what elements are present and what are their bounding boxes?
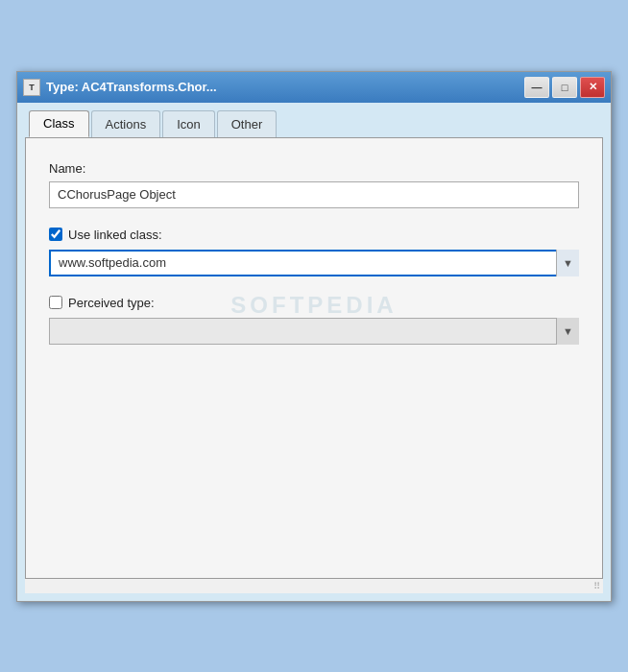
tab-class[interactable]: Class [29,110,89,137]
tab-bar: Class Actions Icon Other [25,110,603,137]
window-controls: — □ ✕ [524,77,605,98]
perceived-type-input [49,318,579,345]
main-window: T Type: AC4Transforms.Chor... — □ ✕ Clas… [16,71,612,602]
linked-class-input[interactable] [49,250,579,276]
name-input[interactable] [49,181,579,208]
perceived-type-row: Perceived type: [49,296,579,310]
tab-actions[interactable]: Actions [91,110,161,137]
window-title: Type: AC4Transforms.Chor... [46,80,524,94]
tab-icon[interactable]: Icon [162,110,215,137]
resize-handle[interactable]: ⠿ [25,579,603,593]
close-button[interactable]: ✕ [580,77,605,98]
linked-class-dropdown-container: ▼ [49,250,579,276]
tab-other[interactable]: Other [217,110,278,137]
minimize-button[interactable]: — [524,77,549,98]
window-icon: T [23,79,40,96]
window-body: Class Actions Icon Other SOFTPEDIA www.s… [17,103,611,601]
perceived-type-checkbox[interactable] [49,296,62,309]
perceived-type-dropdown-container: ▼ [49,318,579,345]
use-linked-class-label[interactable]: Use linked class: [68,228,162,242]
use-linked-class-checkbox[interactable] [49,228,62,241]
name-field-group: Name: [49,161,579,208]
perceived-type-label[interactable]: Perceived type: [68,296,155,310]
use-linked-class-row: Use linked class: [49,228,579,242]
content-panel: SOFTPEDIA www.softpedia.com Name: Use li… [25,137,603,579]
name-label: Name: [49,161,579,176]
title-bar: T Type: AC4Transforms.Chor... — □ ✕ [17,72,611,103]
maximize-button[interactable]: □ [552,77,577,98]
resize-dots: ⠿ [593,581,599,591]
